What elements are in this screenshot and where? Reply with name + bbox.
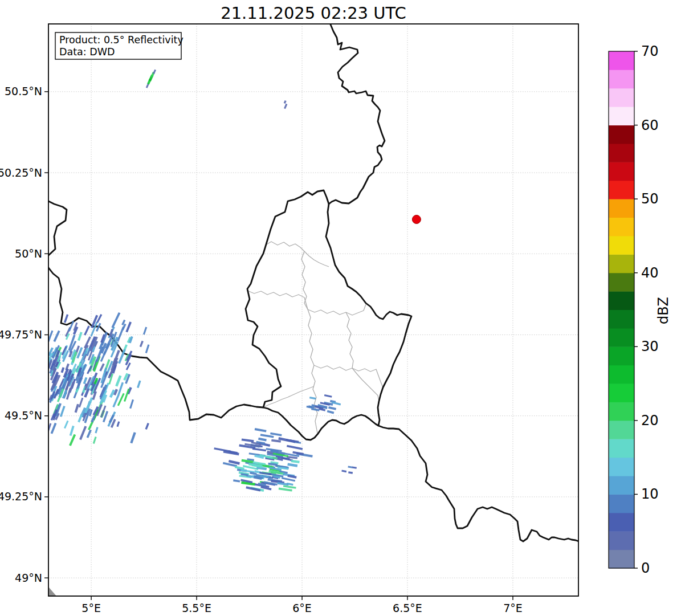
dash-se (352, 466, 357, 468)
south-shower-core (279, 488, 292, 492)
west-shower-s (43, 430, 47, 437)
colorbar-band (609, 550, 634, 569)
west-shower-s (124, 389, 130, 402)
district-borders (247, 242, 383, 433)
west-shower-fringe (2, 379, 9, 390)
country-borders (47, 25, 579, 541)
west-shower-s (115, 375, 121, 386)
west-shower-s (95, 427, 98, 433)
south-shower-n (255, 428, 267, 432)
colorbar-band (609, 125, 634, 144)
map-canvas: 21.11.2025 02:23 UTC 5°E5.5°E6°E6.5°E7°E… (0, 0, 685, 616)
x-tick-label: 6.5°E (393, 602, 422, 614)
west-shower-s (130, 432, 136, 443)
west-shower-s (79, 398, 84, 408)
west-shower-s (129, 399, 134, 409)
west-shower-s (43, 373, 48, 381)
colorbar-band (609, 107, 634, 125)
district-line (266, 242, 329, 267)
south-blob-small (324, 394, 332, 398)
district-line (308, 309, 317, 433)
y-tick-label: 49.5°N (5, 409, 42, 422)
colorbar-tick-label: 0 (641, 560, 650, 576)
south-shower-n (287, 445, 303, 450)
west-shower-n (143, 327, 147, 335)
west-shower-fringe (99, 363, 104, 371)
district-line (346, 312, 353, 368)
info-box: Product: 0.5° Reflectivity Data: DWD (55, 32, 184, 59)
south-blob-small (328, 406, 336, 410)
colorbar-band (609, 458, 634, 476)
west-shower-s (69, 434, 76, 446)
colorbar-band (609, 421, 634, 439)
dash-se (348, 471, 353, 474)
radar-site-marker (412, 215, 421, 224)
west-shower-n (78, 332, 83, 341)
x-tick-label: 7°E (503, 602, 523, 614)
west-shower-s (64, 421, 68, 429)
district-line (314, 365, 383, 387)
y-axis: 50.5°N50.25°N50°N49.75°N49.5°N49.25°N49°… (0, 85, 48, 584)
west-shower-fringe (16, 341, 22, 352)
colorbar-band (609, 236, 634, 255)
west-shower-fringe (30, 377, 37, 389)
west-shower-s (79, 426, 87, 440)
info-box-data-line: Data: DWD (59, 46, 115, 58)
south-blob-small (332, 401, 341, 405)
colorbar-band (609, 181, 634, 199)
west-shower-s (26, 397, 32, 409)
x-axis: 5°E5.5°E6°E6.5°E7°E (81, 596, 522, 614)
colorbar: 010203040506070 (609, 43, 659, 576)
south-shower-s (246, 486, 260, 491)
radar-echoes (2, 70, 357, 492)
colorbar-band (609, 144, 634, 162)
luxembourg-border (246, 190, 411, 440)
west-shower-s (87, 430, 92, 438)
x-tick-label: 6°E (292, 602, 312, 614)
west-shower-s (51, 423, 57, 434)
y-tick-label: 50°N (15, 247, 42, 260)
west-shower-n (83, 377, 88, 384)
y-tick-label: 49.25°N (0, 490, 42, 503)
west-shower-fringe (145, 344, 150, 353)
district-line (301, 251, 308, 309)
colorbar-band (609, 328, 634, 347)
west-shower-fringe (43, 342, 48, 351)
west-shower-fringe (53, 331, 60, 342)
colorbar-band (609, 88, 634, 107)
colorbar-band (609, 218, 634, 236)
colorbar-band (609, 291, 634, 310)
colorbar-tick-label: 10 (641, 486, 659, 502)
colorbar-band (609, 162, 634, 181)
colorbar-band (609, 346, 634, 365)
colorbar-tick-label: 60 (641, 117, 659, 133)
west-shower-fringe (61, 367, 65, 373)
x-tick-label: 5°E (81, 602, 101, 614)
south-shower-core (287, 463, 297, 467)
west-shower-s (78, 414, 83, 423)
colorbar-band (609, 70, 634, 88)
west-shower-s (60, 406, 66, 417)
west-shower-s (35, 369, 40, 377)
figure-title: 21.11.2025 02:23 UTC (221, 3, 406, 23)
colorbar-band (609, 494, 634, 513)
y-tick-label: 49.75°N (0, 328, 42, 341)
dash-north (284, 100, 287, 104)
west-shower-n (111, 312, 120, 328)
south-shower-core (283, 485, 296, 488)
y-tick-label: 50.5°N (5, 85, 42, 97)
district-line (352, 368, 379, 401)
west-shower-s (75, 404, 79, 413)
colorbar-unit-label: dBZ (655, 297, 671, 324)
west-shower-n (137, 380, 141, 388)
echo-bin-fixed (153, 70, 156, 75)
colorbar-band (609, 199, 634, 218)
x-tick-label: 5.5°E (182, 602, 211, 614)
colorbar-band (609, 51, 634, 70)
colorbar-band (609, 254, 634, 273)
y-tick-label: 49°N (15, 572, 42, 584)
west-shower-fringe (20, 385, 24, 391)
colorbar-band (609, 310, 634, 329)
west-shower-n (64, 314, 68, 323)
west-shower-fringe (84, 325, 89, 335)
